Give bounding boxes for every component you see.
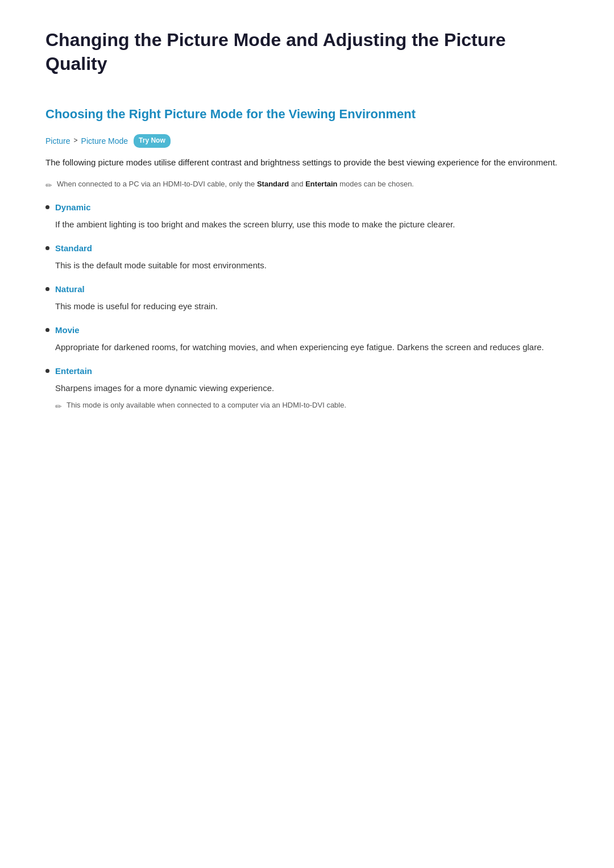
- entertain-sub-note-text: This mode is only available when connect…: [67, 400, 346, 412]
- section-heading: Choosing the Right Picture Mode for the …: [45, 104, 569, 124]
- mode-description-movie: Appropriate for darkened rooms, for watc…: [55, 340, 569, 354]
- bullet-dot: [45, 287, 49, 291]
- mode-description-natural: This mode is useful for reducing eye str…: [55, 300, 569, 313]
- list-item: Entertain Sharpens images for a more dyn…: [45, 364, 569, 413]
- pencil-icon-entertain: ✏: [55, 400, 62, 413]
- breadcrumb-separator: >: [74, 135, 78, 146]
- mode-name-dynamic: Dynamic: [55, 201, 91, 214]
- entertain-term: Entertain: [305, 180, 337, 188]
- breadcrumb: Picture > Picture Mode Try Now: [45, 134, 569, 147]
- intro-paragraph: The following picture modes utilise diff…: [45, 156, 569, 169]
- list-item: Dynamic If the ambient lighting is too b…: [45, 201, 569, 231]
- standard-term: Standard: [257, 180, 289, 188]
- list-item: Natural This mode is useful for reducing…: [45, 283, 569, 313]
- list-item: Standard This is the default mode suitab…: [45, 242, 569, 272]
- mode-name-movie: Movie: [55, 323, 80, 337]
- mode-list: Dynamic If the ambient lighting is too b…: [45, 201, 569, 413]
- page-title: Changing the Picture Mode and Adjusting …: [45, 28, 569, 76]
- bullet-dot: [45, 328, 49, 332]
- pc-note-text: When connected to a PC via an HDMI-to-DV…: [57, 178, 414, 190]
- pencil-icon: ✏: [45, 179, 52, 192]
- mode-name-standard: Standard: [55, 242, 92, 255]
- mode-description-dynamic: If the ambient lighting is too bright an…: [55, 218, 569, 231]
- bullet-dot: [45, 369, 49, 373]
- bullet-dot: [45, 205, 49, 209]
- breadcrumb-picture[interactable]: Picture: [45, 135, 70, 147]
- mode-description-standard: This is the default mode suitable for mo…: [55, 259, 569, 272]
- entertain-sub-note: ✏ This mode is only available when conne…: [55, 400, 569, 413]
- try-now-badge[interactable]: Try Now: [134, 134, 171, 147]
- bullet-dot: [45, 246, 49, 250]
- list-item: Movie Appropriate for darkened rooms, fo…: [45, 323, 569, 354]
- mode-description-entertain: Sharpens images for a more dynamic viewi…: [55, 381, 569, 395]
- mode-name-entertain: Entertain: [55, 364, 92, 378]
- pc-note: ✏ When connected to a PC via an HDMI-to-…: [45, 178, 569, 192]
- breadcrumb-picture-mode[interactable]: Picture Mode: [81, 135, 128, 147]
- mode-name-natural: Natural: [55, 283, 85, 296]
